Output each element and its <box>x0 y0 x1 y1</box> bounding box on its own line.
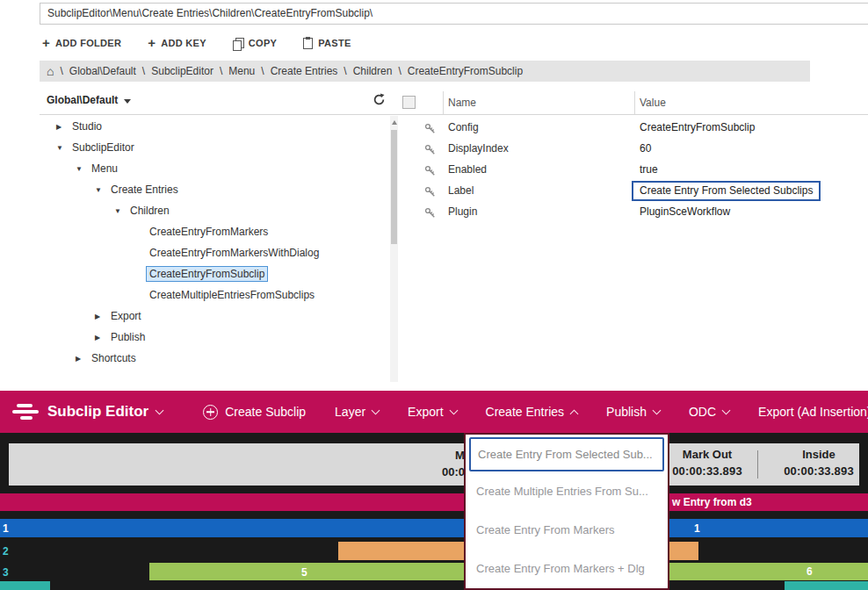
breadcrumb-item-global-default[interactable]: Global\Default <box>69 65 136 77</box>
track-3-clip-label: 6 <box>807 565 813 578</box>
breadcrumb-item-subclipeditor[interactable]: SubclipEditor <box>151 65 213 77</box>
config-toolbar: ADD FOLDER ADD KEY COPY PASTE <box>42 32 351 54</box>
tree-item-subclipeditor[interactable]: SubclipEditor <box>40 137 389 158</box>
home-icon[interactable] <box>47 64 54 78</box>
chevron-down-icon[interactable] <box>114 207 130 215</box>
tree-item-label: SubclipEditor <box>72 141 134 154</box>
breadcrumb-separator: \ <box>142 65 145 77</box>
chevron-down-icon <box>372 406 380 414</box>
breadcrumb-item-menu[interactable]: Menu <box>228 65 255 77</box>
menu-label: Create Subclip <box>225 405 306 419</box>
table-row-enabled[interactable]: Enabled true <box>400 160 868 181</box>
tree-item-export[interactable]: Export <box>40 306 389 327</box>
key-icon <box>424 206 436 222</box>
add-folder-button[interactable]: ADD FOLDER <box>42 38 121 49</box>
key-icon <box>424 185 436 201</box>
chevron-right-icon[interactable] <box>95 334 111 342</box>
tree-item-createentryfrommarkers[interactable]: CreateEntryFromMarkers <box>40 221 389 242</box>
table-row-config[interactable]: Config CreateEntryFromSubclip <box>400 118 868 139</box>
timeline-track-1[interactable]: 1 1 <box>0 519 868 537</box>
tree-item-label: Shortcuts <box>91 352 136 364</box>
tree-item-label: Children <box>130 205 170 217</box>
timeline-bottom-strip <box>0 581 868 590</box>
tree-item-createentryfromsubclip-selected[interactable]: CreateEntryFromSubclip <box>40 263 389 284</box>
track-3-clip[interactable]: 5 <box>149 563 466 580</box>
tree-scrollbar[interactable] <box>390 116 398 382</box>
property-value[interactable]: 60 <box>640 142 651 155</box>
tree-item-publish[interactable]: Publish <box>40 327 389 348</box>
select-all-checkbox[interactable] <box>402 96 416 109</box>
track-1-number: 1 <box>3 522 9 535</box>
menu-publish[interactable]: Publish <box>606 405 660 419</box>
paste-button[interactable]: PASTE <box>303 37 351 49</box>
property-value[interactable]: CreateEntryFromSubclip <box>640 121 755 133</box>
column-header-name[interactable]: Name <box>448 97 476 109</box>
refresh-icon[interactable] <box>373 93 386 110</box>
tree-item-menu[interactable]: Menu <box>40 158 389 179</box>
chevron-right-icon[interactable] <box>56 123 72 131</box>
chevron-down-icon <box>156 406 164 414</box>
app-title-menu[interactable]: Subclip Editor <box>47 403 163 421</box>
table-row-plugin[interactable]: Plugin PluginSceWorkflow <box>400 202 868 223</box>
plus-circle-icon <box>203 405 218 420</box>
menu-label: Publish <box>606 405 647 419</box>
tree-item-children[interactable]: Children <box>40 200 389 221</box>
breadcrumb-item-createentryfromsubclip[interactable]: CreateEntryFromSubclip <box>408 65 523 77</box>
add-folder-label: ADD FOLDER <box>55 38 121 48</box>
menu-layer[interactable]: Layer <box>335 405 379 419</box>
inside-value: 00:00:33.893 <box>771 464 866 478</box>
breadcrumb-separator: \ <box>344 65 346 77</box>
dropdown-item-create-entry-selected-subclips[interactable]: Create Entry From Selected Sub... <box>469 437 664 471</box>
dropdown-item-create-multiple-entries[interactable]: Create Multiple Entries From Su... <box>466 471 668 510</box>
copy-icon <box>233 38 243 49</box>
breadcrumb-item-create-entries[interactable]: Create Entries <box>271 65 338 77</box>
menu-create-entries[interactable]: Create Entries <box>486 405 577 419</box>
mark-out-label: Mark Out <box>655 448 760 461</box>
dropdown-item-create-entry-from-markers-dlg[interactable]: Create Entry From Markers + Dlg <box>466 549 668 587</box>
tree-item-create-entries[interactable]: Create Entries <box>40 179 389 200</box>
paste-label: PASTE <box>318 38 351 48</box>
chevron-down-icon <box>124 99 131 104</box>
timeline-range-handle[interactable] <box>785 581 868 590</box>
tree-item-label: Publish <box>111 331 145 343</box>
scroll-up-icon[interactable] <box>392 120 397 125</box>
tree-item-createmultipleentriesfromsubclips[interactable]: CreateMultipleEntriesFromSubclips <box>40 284 389 306</box>
dropdown-item-create-entry-from-markers[interactable]: Create Entry From Markers <box>466 510 668 549</box>
property-name: DisplayIndex <box>448 142 509 155</box>
app-logo-icon[interactable] <box>12 401 39 422</box>
chevron-down-icon[interactable] <box>95 186 111 194</box>
add-key-button[interactable]: ADD KEY <box>148 38 206 49</box>
path-input[interactable]: SubclipEditor\Menu\Create Entries\Childr… <box>40 3 868 25</box>
tree-root-selector[interactable]: Global\Default <box>47 94 131 106</box>
menu-create-subclip[interactable]: Create Subclip <box>203 405 306 420</box>
breadcrumb-item-children[interactable]: Children <box>353 65 393 77</box>
menu-export-ad-insertion[interactable]: Export (Ad Insertion) <box>758 405 868 419</box>
menu-export[interactable]: Export <box>408 405 456 419</box>
table-row-label[interactable]: Label Create Entry From Selected Subclip… <box>400 181 868 202</box>
chevron-down-icon[interactable] <box>56 144 72 152</box>
column-header-value[interactable]: Value <box>640 97 666 109</box>
chevron-up-icon <box>570 409 579 418</box>
key-icon <box>424 164 436 180</box>
key-icon <box>424 143 436 159</box>
chevron-down-icon[interactable] <box>76 165 91 173</box>
tree-item-shortcuts[interactable]: Shortcuts <box>40 348 389 369</box>
menu-odc[interactable]: ODC <box>689 405 729 419</box>
copy-button[interactable]: COPY <box>233 38 277 49</box>
menu-label: Create Entries <box>486 405 564 419</box>
table-row-displayindex[interactable]: DisplayIndex 60 <box>400 139 868 160</box>
scrollbar-thumb[interactable] <box>391 130 397 244</box>
chevron-right-icon[interactable] <box>76 355 91 363</box>
settings-tree: Studio SubclipEditor Menu Create Entries… <box>40 116 389 382</box>
breadcrumb-separator: \ <box>60 65 62 77</box>
menu-label: ODC <box>689 405 716 419</box>
timeline-range-handle[interactable] <box>0 581 50 590</box>
tree-item-studio[interactable]: Studio <box>40 116 389 137</box>
new-entry-bar[interactable]: w Entry from d3 <box>0 493 868 511</box>
tree-item-createentryfrommarkerswithdialog[interactable]: CreateEntryFromMarkersWithDialog <box>40 242 389 263</box>
property-value-highlighted[interactable]: Create Entry From Selected Subclips <box>632 181 821 201</box>
property-name: Enabled <box>448 163 487 176</box>
property-value[interactable]: true <box>640 163 658 176</box>
property-value[interactable]: PluginSceWorkflow <box>640 205 730 218</box>
chevron-right-icon[interactable] <box>95 313 111 320</box>
